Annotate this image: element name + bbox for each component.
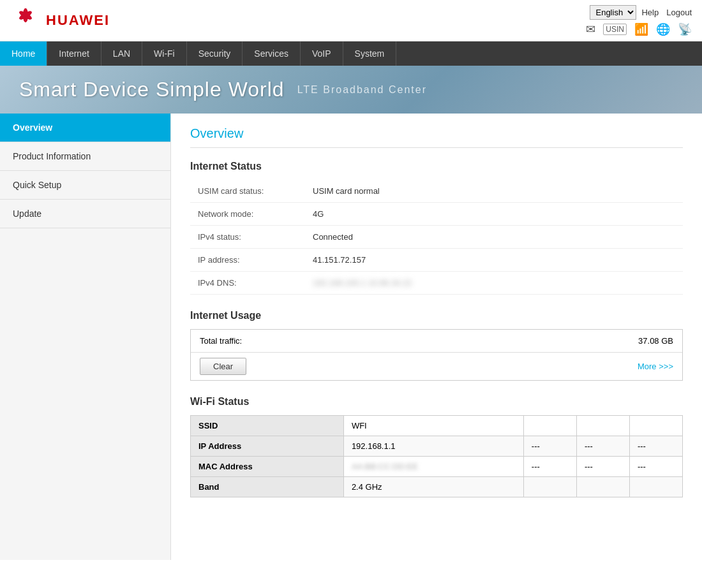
table-row: IP Address 192.168.1.1 --- --- --- (191, 436, 683, 457)
wifi-status-table: SSID WFI IP Address 192.168.1.1 --- --- … (190, 415, 683, 497)
network-mode-value: 4G (305, 203, 683, 226)
wifi-mac-col2: --- (523, 457, 576, 477)
ipv4-dns-label: IPv4 DNS: (190, 272, 305, 295)
header: HUAWEI English Help Logout ✉ USIN 📶 🌐 📡 (0, 0, 702, 41)
banner-main-text: Smart Device Simple World (19, 78, 285, 101)
wifi-band-col4 (629, 477, 682, 497)
more-link[interactable]: More >>> (638, 362, 673, 371)
nav-item-internet[interactable]: Internet (47, 41, 101, 66)
help-link[interactable]: Help (641, 8, 659, 17)
logo-text: HUAWEI (46, 12, 110, 29)
mail-icon[interactable]: ✉ (586, 22, 595, 36)
logo-area: HUAWEI (10, 8, 110, 33)
nav-item-lan[interactable]: LAN (101, 41, 142, 66)
wifi-col-header-mac: MAC Address (191, 457, 344, 477)
ip-address-label: IP address: (190, 249, 305, 272)
huawei-logo-icon (10, 8, 41, 33)
usim-icon: USIN (603, 24, 627, 35)
wifi-col-2 (523, 416, 576, 436)
wifi-mac-col3: --- (576, 457, 629, 477)
ip-address-value: 41.151.72.157 (305, 249, 683, 272)
total-traffic-row: Total traffic: 37.08 GB (191, 330, 682, 353)
wifi-ip-col3: --- (576, 436, 629, 457)
header-icons: ✉ USIN 📶 🌐 📡 (586, 22, 692, 36)
sidebar: Overview Product Information Quick Setup… (0, 114, 171, 560)
internet-status-table: USIM card status: USIM card normal Netwo… (190, 180, 683, 295)
signal-icon: 📶 (634, 22, 648, 36)
header-top-row: English Help Logout (590, 5, 692, 20)
usage-actions: Clear More >>> (191, 353, 682, 380)
page-layout: Overview Product Information Quick Setup… (0, 114, 702, 560)
page-title: Overview (190, 126, 683, 148)
banner: Smart Device Simple World LTE Broadband … (0, 66, 702, 114)
banner-sub-text: LTE Broadband Center (297, 84, 427, 96)
table-row: IPv4 DNS: 192.168.100.1 10.96.34.22 (190, 272, 683, 295)
sidebar-item-quick-setup[interactable]: Quick Setup (0, 171, 170, 200)
usim-value: USIM card normal (305, 180, 683, 203)
total-traffic-label: Total traffic: (200, 336, 242, 346)
wifi-col-header-ip: IP Address (191, 436, 344, 457)
wifi-col-header-band: Band (191, 477, 344, 497)
sidebar-item-overview[interactable]: Overview (0, 114, 170, 142)
table-row: IPv4 status: Connected (190, 226, 683, 249)
ipv4-dns-value: 192.168.100.1 10.96.34.22 (305, 272, 683, 295)
nav-item-security[interactable]: Security (187, 41, 243, 66)
table-row: Band 2.4 GHz (191, 477, 683, 497)
wifi-mac-value: AA:BB:CC:DD:EE (343, 457, 523, 477)
wifi-band-col3 (576, 477, 629, 497)
ipv4-status-value: Connected (305, 226, 683, 249)
table-row: MAC Address AA:BB:CC:DD:EE --- --- --- (191, 457, 683, 477)
internet-status-title: Internet Status (190, 161, 683, 172)
nav-item-voip[interactable]: VoIP (301, 41, 343, 66)
main-content: Overview Internet Status USIM card statu… (171, 114, 702, 560)
internet-usage-box: Total traffic: 37.08 GB Clear More >>> (190, 329, 683, 381)
clear-button[interactable]: Clear (200, 358, 246, 375)
wifi-ip-value: 192.168.1.1 (343, 436, 523, 457)
nav-item-home[interactable]: Home (0, 41, 47, 66)
logout-link[interactable]: Logout (666, 8, 692, 17)
ipv4-status-label: IPv4 status: (190, 226, 305, 249)
header-links: Help Logout (641, 8, 692, 17)
table-row: Network mode: 4G (190, 203, 683, 226)
wifi-ip-col4: --- (629, 436, 682, 457)
table-row: USIM card status: USIM card normal (190, 180, 683, 203)
table-row: IP address: 41.151.72.157 (190, 249, 683, 272)
nav-item-wifi[interactable]: Wi-Fi (142, 41, 187, 66)
globe-icon: 🌐 (656, 22, 670, 36)
table-row: SSID WFI (191, 416, 683, 436)
wifi-col-header-ssid: SSID (191, 416, 344, 436)
usim-label: USIM card status: (190, 180, 305, 203)
sidebar-item-product-information[interactable]: Product Information (0, 142, 170, 171)
nav-item-services[interactable]: Services (243, 41, 301, 66)
wifi-band-col2 (523, 477, 576, 497)
sidebar-item-update[interactable]: Update (0, 200, 170, 228)
wifi-band-value: 2.4 GHz (343, 477, 523, 497)
wifi-col-4 (629, 416, 682, 436)
nav-item-system[interactable]: System (343, 41, 397, 66)
network-mode-label: Network mode: (190, 203, 305, 226)
total-traffic-value: 37.08 GB (638, 336, 673, 346)
main-nav: Home Internet LAN Wi-Fi Security Service… (0, 41, 702, 66)
wifi-mac-col4: --- (629, 457, 682, 477)
header-right: English Help Logout ✉ USIN 📶 🌐 📡 (586, 5, 692, 36)
internet-usage-title: Internet Usage (190, 310, 683, 321)
wifi-status-title: Wi-Fi Status (190, 396, 683, 408)
wifi-col-3 (576, 416, 629, 436)
wifi-icon: 📡 (678, 22, 692, 36)
wifi-ssid-value: WFI (343, 416, 523, 436)
language-select[interactable]: English (590, 5, 636, 20)
wifi-ip-col2: --- (523, 436, 576, 457)
